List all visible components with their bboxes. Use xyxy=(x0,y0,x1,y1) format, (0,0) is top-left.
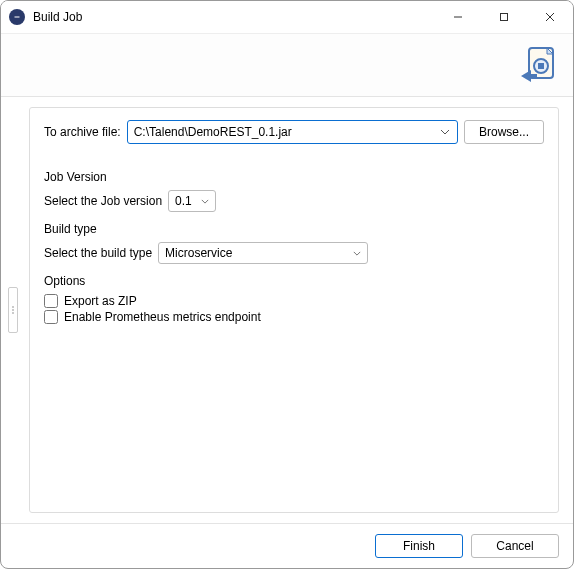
button-bar: Finish Cancel xyxy=(1,523,573,568)
svg-point-10 xyxy=(12,309,14,311)
export-zip-checkbox[interactable] xyxy=(44,294,58,308)
options-group: Options Export as ZIP Enable Prometheus … xyxy=(44,274,544,324)
maximize-button[interactable] xyxy=(481,1,527,33)
svg-rect-1 xyxy=(15,17,20,18)
export-archive-icon xyxy=(515,44,559,88)
build-type-label: Select the build type xyxy=(44,246,152,260)
job-version-title: Job Version xyxy=(44,170,544,184)
svg-rect-8 xyxy=(538,63,544,69)
archive-row: To archive file: Browse... xyxy=(44,120,544,144)
prometheus-label: Enable Prometheus metrics endpoint xyxy=(64,310,261,324)
collapse-handle[interactable] xyxy=(8,287,18,333)
finish-button[interactable]: Finish xyxy=(375,534,463,558)
prometheus-row[interactable]: Enable Prometheus metrics endpoint xyxy=(44,310,544,324)
options-title: Options xyxy=(44,274,544,288)
build-type-select[interactable]: Microservice xyxy=(158,242,368,264)
window-controls xyxy=(435,1,573,33)
window-title: Build Job xyxy=(33,10,435,24)
content-wrap: To archive file: Browse... Job Version S… xyxy=(1,97,573,523)
build-type-group: Build type Select the build type Microse… xyxy=(44,222,544,264)
close-button[interactable] xyxy=(527,1,573,33)
job-version-group: Job Version Select the Job version 0.1 xyxy=(44,170,544,212)
svg-point-11 xyxy=(12,312,14,314)
svg-point-9 xyxy=(12,306,14,308)
banner xyxy=(1,33,573,97)
svg-rect-3 xyxy=(501,14,508,21)
build-type-title: Build type xyxy=(44,222,544,236)
prometheus-checkbox[interactable] xyxy=(44,310,58,324)
cancel-button[interactable]: Cancel xyxy=(471,534,559,558)
browse-button[interactable]: Browse... xyxy=(464,120,544,144)
archive-combo xyxy=(127,120,458,144)
export-zip-label: Export as ZIP xyxy=(64,294,137,308)
content-panel: To archive file: Browse... Job Version S… xyxy=(29,107,559,513)
job-version-label: Select the Job version xyxy=(44,194,162,208)
minimize-button[interactable] xyxy=(435,1,481,33)
app-icon xyxy=(9,9,25,25)
job-version-select[interactable]: 0.1 xyxy=(168,190,216,212)
archive-label: To archive file: xyxy=(44,125,121,139)
titlebar: Build Job xyxy=(1,1,573,33)
export-zip-row[interactable]: Export as ZIP xyxy=(44,294,544,308)
archive-file-input[interactable] xyxy=(127,120,458,144)
